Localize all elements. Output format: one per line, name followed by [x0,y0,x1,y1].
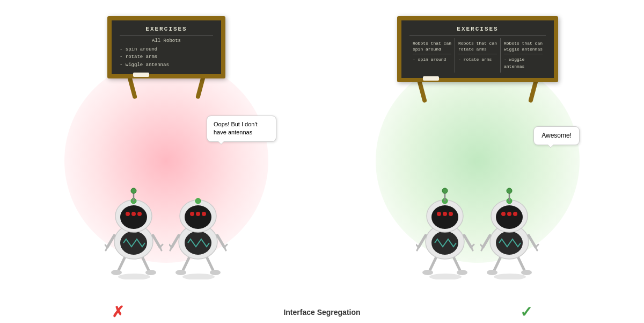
svg-line-50 [417,247,419,250]
bad-mark: ✗ [112,303,124,321]
svg-point-4 [145,270,156,275]
col-item-2: - rotate arms [458,56,497,63]
right-chalkboard-container: EXERCISES Robots that can spin around - … [397,16,558,82]
svg-line-47 [419,235,426,247]
svg-line-22 [182,257,189,271]
chalk-columns: Robots that can spin around - spin aroun… [409,38,546,73]
left-robot-1 [105,177,164,279]
svg-point-60 [442,188,448,193]
left-chalk-items: - spin around - rotate arms - wiggle ant… [120,46,213,69]
right-robots [416,177,539,279]
good-mark: ✓ [520,303,532,321]
svg-point-37 [196,212,200,216]
svg-point-81 [507,188,512,193]
chalk-eraser-left [133,73,149,77]
col-header-3: Robots that can wiggle antennas [504,40,543,54]
col-item-1: - spin around [413,56,451,63]
chalk-item-1: - spin around [120,46,213,53]
svg-point-36 [190,212,194,216]
right-chalk-title: EXERCISES [409,26,546,32]
svg-line-23 [207,257,214,271]
svg-point-61 [494,274,526,279]
svg-line-31 [170,247,172,250]
svg-point-25 [210,270,221,275]
svg-line-73 [536,247,537,250]
svg-line-28 [172,235,179,247]
svg-line-63 [518,257,525,271]
main-container: Oops! But I don't have antennas EXERCISE… [0,0,644,301]
left-speech-bubble: Oops! But I don't have antennas [207,116,276,142]
svg-point-21 [182,274,215,279]
svg-point-44 [457,270,467,275]
chalk-item-2: - rotate arms [120,53,213,61]
svg-point-76 [501,212,506,216]
svg-point-14 [120,205,147,229]
chalk-col-1: Robots that can spin around - spin aroun… [409,38,455,73]
svg-point-78 [513,212,517,216]
svg-line-12 [160,247,162,250]
col-header-2: Robots that can rotate arms [458,40,497,54]
svg-point-57 [449,212,453,216]
svg-point-43 [422,270,433,275]
svg-line-10 [106,247,107,250]
svg-line-29 [217,235,224,247]
svg-line-41 [429,257,436,271]
svg-line-33 [224,247,226,250]
svg-line-2 [142,257,149,271]
svg-line-8 [153,235,160,247]
right-chalk-divider [409,35,546,36]
svg-point-56 [443,212,447,216]
col-item-3: - wiggle antennas [504,56,543,70]
left-chalk-title: EXERCISES [120,26,213,32]
svg-line-52 [471,247,473,250]
chalk-item-3: - wiggle antennas [120,61,213,69]
left-panel: Oops! But I don't have antennas EXERCISE… [27,11,306,290]
svg-point-40 [429,274,462,279]
svg-point-17 [137,212,142,216]
chalk-eraser-right [423,76,439,81]
svg-point-38 [202,212,206,216]
svg-point-15 [126,212,130,216]
svg-point-64 [487,270,497,275]
bottom-bar: ✗ Interface Segregation ✓ [0,301,644,323]
svg-point-24 [175,270,186,275]
left-chalkboard: EXERCISES All Robots - spin around - rot… [107,16,225,78]
left-chalk-subtitle: All Robots [120,38,213,44]
svg-line-42 [453,257,460,271]
chalk-col-3: Robots that can wiggle antennas - wiggle… [501,38,546,73]
svg-point-65 [521,270,532,275]
svg-line-71 [481,247,483,250]
left-robot-2 [169,177,228,279]
svg-line-7 [107,235,114,247]
svg-point-39 [195,198,201,204]
svg-point-0 [118,274,150,279]
svg-point-77 [507,212,511,216]
svg-point-35 [185,205,211,229]
svg-point-16 [131,212,136,216]
svg-point-20 [131,188,136,193]
right-panel: Awesome! EXERCISES Robots that can spin … [338,11,617,290]
svg-line-48 [464,235,471,247]
col-header-1: Robots that can spin around [413,40,451,54]
right-robot-2 [480,177,539,279]
left-robots [105,177,228,279]
left-chalkboard-container: EXERCISES All Robots - spin around - rot… [107,16,225,78]
svg-point-75 [496,205,523,229]
svg-point-55 [437,212,441,216]
footer-label: Interface Segregation [283,308,360,317]
svg-line-68 [483,235,490,247]
svg-point-54 [431,205,458,229]
right-speech-bubble: Awesome! [533,126,580,145]
svg-line-62 [494,257,501,271]
left-chalk-divider [120,35,213,36]
right-chalkboard: EXERCISES Robots that can spin around - … [397,16,558,82]
chalk-col-2: Robots that can rotate arms - rotate arm… [455,38,501,73]
svg-point-3 [111,270,122,275]
svg-line-1 [118,257,125,271]
svg-line-69 [529,235,536,247]
right-robot-1 [416,177,475,279]
